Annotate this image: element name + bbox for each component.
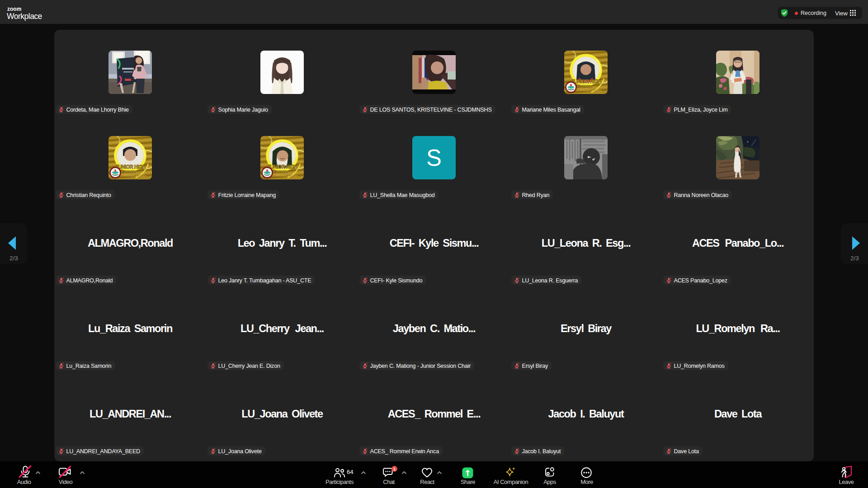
svg-text:#TATAKCSJMSCI: #TATAKCSJMSCI — [275, 174, 297, 177]
svg-text:SCHOOL: SCHOOL — [574, 84, 591, 89]
svg-text:SCHOOL: SCHOOL — [270, 169, 288, 174]
svg-text:S: S — [426, 145, 442, 171]
svg-text:#TATAKCSJMSCI: #TATAKCSJMSCI — [579, 89, 601, 92]
svg-text:#TATAKCSJMSCI: #TATAKCSJMSCI — [123, 174, 146, 177]
svg-text:SCHOOL: SCHOOL — [118, 169, 136, 174]
